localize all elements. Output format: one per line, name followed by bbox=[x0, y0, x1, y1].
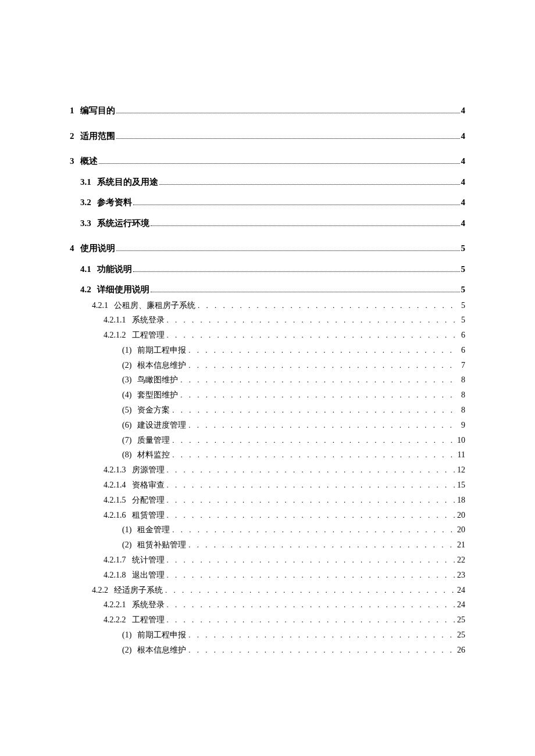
toc-leader-dots: . . . . . . . . . . . . . . . . . . . . … bbox=[188, 419, 459, 432]
toc-entry-label: 4.2.1.6租赁管理 bbox=[104, 508, 165, 522]
toc-entry-title: 退出管理 bbox=[132, 571, 165, 579]
toc-entry[interactable]: 4.2.2.1系统登录. . . . . . . . . . . . . . .… bbox=[104, 598, 465, 612]
toc-entry[interactable]: (8)材料监控. . . . . . . . . . . . . . . . .… bbox=[122, 448, 465, 462]
toc-entry-number: 4.2.1.1 bbox=[104, 316, 126, 324]
toc-entry-label: 4.2.1.2工程管理 bbox=[104, 328, 165, 342]
toc-entry-number: 3.1 bbox=[80, 177, 91, 187]
toc-entry-number: 4.1 bbox=[80, 264, 91, 274]
toc-entry-label: 4.2.1.1系统登录 bbox=[104, 313, 165, 327]
toc-entry-title: 系统运行环境 bbox=[97, 218, 149, 228]
toc-entry[interactable]: 4.2.1.5分配管理. . . . . . . . . . . . . . .… bbox=[104, 493, 465, 507]
toc-entry-number: (2) bbox=[122, 540, 131, 549]
toc-entry[interactable]: 4.2.2经适房子系统. . . . . . . . . . . . . . .… bbox=[92, 583, 465, 597]
toc-entry-label: 4.2详细使用说明 bbox=[80, 282, 149, 298]
toc-entry[interactable]: 3概述4 bbox=[70, 154, 465, 169]
toc-entry-number: 4.2.1.2 bbox=[104, 331, 126, 339]
toc-entry[interactable]: 4.2.1.6租赁管理. . . . . . . . . . . . . . .… bbox=[104, 508, 465, 522]
toc-entry-label: (1)租金管理 bbox=[122, 523, 170, 537]
toc-entry-page: 4 bbox=[461, 175, 466, 190]
toc-entry-page: 8 bbox=[461, 403, 465, 417]
toc-leader-line bbox=[133, 205, 460, 205]
toc-entry-number: (1) bbox=[122, 630, 131, 639]
toc-leader-dots: . . . . . . . . . . . . . . . . . . . . … bbox=[167, 554, 455, 567]
toc-entry-page: 18 bbox=[457, 493, 465, 507]
toc-entry[interactable]: 3.3系统运行环境4 bbox=[80, 216, 465, 231]
toc-entry-title: 统计管理 bbox=[132, 556, 165, 564]
toc-entry-title: 质量管理 bbox=[137, 436, 170, 445]
toc-entry[interactable]: 4.1功能说明5 bbox=[80, 262, 465, 277]
toc-entry[interactable]: 4.2.1.2工程管理. . . . . . . . . . . . . . .… bbox=[104, 328, 465, 342]
toc-entry-title: 工程管理 bbox=[132, 331, 165, 339]
toc-entry-page: 4 bbox=[461, 195, 466, 210]
toc-leader-line bbox=[159, 184, 460, 185]
toc-entry[interactable]: 4.2.1.1系统登录. . . . . . . . . . . . . . .… bbox=[104, 313, 465, 327]
toc-leader-line bbox=[116, 113, 460, 113]
toc-entry[interactable]: (2)租赁补贴管理. . . . . . . . . . . . . . . .… bbox=[122, 538, 465, 552]
toc-leader-line bbox=[151, 292, 460, 292]
toc-entry-label: 4.2.2经适房子系统 bbox=[92, 583, 163, 597]
toc-entry-label: (7)质量管理 bbox=[122, 433, 170, 447]
toc-entry[interactable]: 4.2.1公租房、廉租房子系统. . . . . . . . . . . . .… bbox=[92, 299, 465, 313]
toc-leader-dots: . . . . . . . . . . . . . . . . . . . . … bbox=[188, 539, 455, 551]
toc-entry-page: 6 bbox=[461, 343, 465, 357]
toc-entry[interactable]: (1)前期工程申报. . . . . . . . . . . . . . . .… bbox=[122, 628, 465, 642]
toc-entry-label: (3)鸟瞰图维护 bbox=[122, 373, 178, 387]
toc-entry-label: 2适用范围 bbox=[70, 129, 115, 144]
toc-entry[interactable]: 3.1系统目的及用途4 bbox=[80, 175, 465, 190]
toc-entry[interactable]: 4.2.1.4资格审查. . . . . . . . . . . . . . .… bbox=[104, 478, 465, 492]
toc-entry[interactable]: 4.2.1.7统计管理. . . . . . . . . . . . . . .… bbox=[104, 553, 465, 567]
toc-entry-label: 4.2.2.2工程管理 bbox=[104, 613, 165, 627]
toc-entry-number: (5) bbox=[122, 406, 131, 414]
toc-entry[interactable]: 3.2参考资料4 bbox=[80, 195, 465, 210]
toc-leader-line bbox=[116, 250, 460, 251]
toc-entry[interactable]: (2)根本信息维护. . . . . . . . . . . . . . . .… bbox=[122, 643, 465, 657]
toc-entry[interactable]: (2)根本信息维护. . . . . . . . . . . . . . . .… bbox=[122, 359, 465, 372]
toc-entry-label: 3.3系统运行环境 bbox=[80, 216, 149, 231]
toc-entry[interactable]: 4.2.1.3房源管理. . . . . . . . . . . . . . .… bbox=[104, 463, 465, 477]
toc-entry-number: (2) bbox=[122, 361, 131, 370]
toc-entry-title: 公租房、廉租房子系统 bbox=[114, 301, 195, 310]
toc-entry-number: 4.2.1 bbox=[92, 301, 108, 310]
toc-entry-label: (1)前期工程申报 bbox=[122, 343, 186, 357]
toc-entry-title: 经适房子系统 bbox=[114, 586, 163, 594]
toc-entry-title: 功能说明 bbox=[97, 264, 132, 274]
toc-entry-title: 系统登录 bbox=[132, 600, 165, 609]
toc-entry-page: 5 bbox=[461, 262, 466, 277]
toc-entry[interactable]: 1编写目的4 bbox=[70, 103, 465, 119]
toc-entry-page: 8 bbox=[461, 388, 465, 402]
toc-entry-number: 4.2.1.4 bbox=[104, 481, 126, 489]
toc-entry-number: 4.2.1.3 bbox=[104, 465, 126, 474]
toc-entry[interactable]: 4.2详细使用说明5 bbox=[80, 282, 465, 298]
toc-entry-title: 分配管理 bbox=[132, 496, 165, 504]
toc-entry[interactable]: 4使用说明5 bbox=[70, 241, 465, 256]
toc-entry[interactable]: (3)鸟瞰图维护. . . . . . . . . . . . . . . . … bbox=[122, 373, 465, 387]
toc-entry-title: 套型图维护 bbox=[137, 390, 178, 399]
toc-entry[interactable]: 4.2.2.2工程管理. . . . . . . . . . . . . . .… bbox=[104, 613, 465, 627]
toc-entry-label: 4.2.2.1系统登录 bbox=[104, 598, 165, 612]
toc-entry[interactable]: (1)租金管理. . . . . . . . . . . . . . . . .… bbox=[122, 523, 465, 537]
document-page: 1编写目的42适用范围43概述43.1系统目的及用途43.2参考资料43.3系统… bbox=[0, 0, 535, 756]
toc-entry[interactable]: (7)质量管理. . . . . . . . . . . . . . . . .… bbox=[122, 433, 465, 447]
toc-entry-title: 使用说明 bbox=[80, 243, 115, 253]
toc-entry[interactable]: (1)前期工程申报. . . . . . . . . . . . . . . .… bbox=[122, 343, 465, 357]
toc-entry-number: 4.2 bbox=[80, 285, 91, 294]
toc-entry-page: 26 bbox=[457, 643, 465, 657]
toc-entry-number: (7) bbox=[122, 436, 131, 445]
toc-entry-number: 1 bbox=[70, 106, 74, 115]
toc-entry-number: 3 bbox=[70, 156, 74, 166]
toc-entry[interactable]: (6)建设进度管理. . . . . . . . . . . . . . . .… bbox=[122, 418, 465, 432]
toc-entry-number: (8) bbox=[122, 450, 131, 459]
toc-entry[interactable]: 4.2.1.8退出管理. . . . . . . . . . . . . . .… bbox=[104, 568, 465, 582]
toc-entry[interactable]: 2适用范围4 bbox=[70, 129, 465, 144]
toc-entry-number: (3) bbox=[122, 375, 131, 384]
toc-leader-dots: . . . . . . . . . . . . . . . . . . . . … bbox=[188, 344, 459, 357]
toc-entry-number: 2 bbox=[70, 131, 74, 141]
toc-entry-label: 4.1功能说明 bbox=[80, 262, 132, 277]
toc-entry[interactable]: (4)套型图维护. . . . . . . . . . . . . . . . … bbox=[122, 388, 465, 402]
toc-entry-page: 24 bbox=[457, 583, 465, 597]
toc-leader-dots: . . . . . . . . . . . . . . . . . . . . … bbox=[167, 599, 455, 611]
toc-entry-title: 概述 bbox=[80, 156, 98, 166]
toc-entry[interactable]: (5)资金方案. . . . . . . . . . . . . . . . .… bbox=[122, 403, 465, 417]
toc-leader-dots: . . . . . . . . . . . . . . . . . . . . … bbox=[167, 314, 459, 327]
toc-entry-page: 4 bbox=[461, 154, 466, 169]
